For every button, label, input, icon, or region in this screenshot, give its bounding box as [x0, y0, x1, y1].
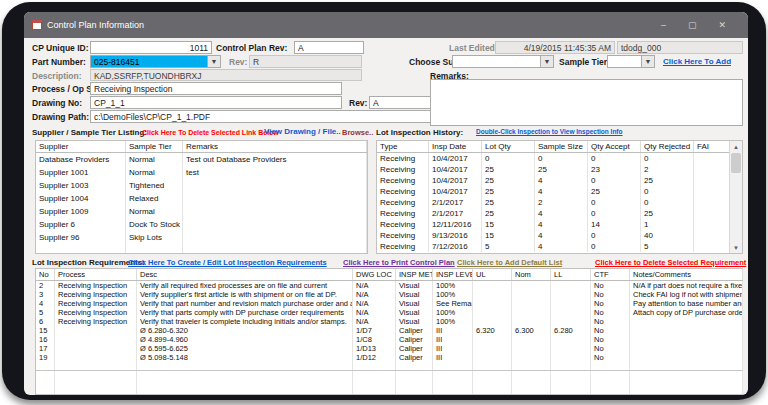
history-row[interactable]: Receiving10/4/2017254025 [377, 175, 742, 186]
maximize-button[interactable]: ▢ [688, 21, 697, 30]
requirement-empty-cell [512, 362, 551, 370]
add-default-list-link[interactable]: Click Here to Add Default List [457, 258, 562, 267]
requirement-col-dwg-loc[interactable]: DWG LOC [353, 269, 396, 280]
delete-supplier-link[interactable]: Click Here To Delete Selected Link Below [142, 129, 279, 136]
requirement-col-no[interactable]: No [36, 269, 55, 280]
create-edit-requirements-link[interactable]: Click Here To Create / Edit Lot Inspecti… [128, 258, 327, 267]
supplier-row[interactable]: Supplier 1003Tightened [36, 179, 367, 192]
requirement-col-desc[interactable]: Desc [137, 269, 353, 280]
requirement-row[interactable]: 2Receiving InspectionVerify all required… [36, 281, 743, 290]
drawing-no-field[interactable]: CP_1_1 [90, 96, 342, 109]
requirement-row[interactable]: 6Receiving InspectionVerify that travele… [36, 317, 743, 326]
requirement-cell: 100% [433, 281, 473, 290]
history-col-qty-accept[interactable]: Qty Accept [588, 141, 641, 152]
requirement-cell [630, 317, 743, 326]
history-row[interactable]: Receiving10/4/2017254250 [377, 186, 742, 197]
sample-tier-label: Sample Tier [559, 57, 607, 67]
remarks-textarea[interactable] [430, 79, 743, 126]
history-row[interactable]: Receiving2/1/201725200 [377, 197, 742, 208]
add-supplier-link[interactable]: Click Here To Add [663, 57, 731, 66]
close-button[interactable]: ✕ [718, 21, 726, 30]
view-drawing-link[interactable]: View Drawing / File.. [264, 127, 341, 136]
cp-unique-id-field[interactable]: 1011 [90, 41, 212, 54]
supplier-col-sample-tier[interactable]: Sample Tier [126, 141, 183, 152]
requirement-col-ul[interactable]: UL [473, 269, 512, 280]
supplier-col-remarks[interactable]: Remarks [183, 141, 367, 152]
requirement-cell: 19 [36, 353, 55, 362]
history-row[interactable]: Receiving10/4/20172525232 [377, 164, 742, 175]
requirement-cell: See Remarks [433, 299, 473, 308]
minimize-button[interactable]: – [661, 21, 666, 30]
supplier-row[interactable]: Supplier 6Dock To Stock [36, 218, 367, 231]
scroll-up-icon[interactable]: ▲ [730, 141, 742, 152]
requirement-empty-cell [473, 371, 512, 395]
history-cell: 0 [482, 153, 535, 164]
requirement-col-insp-level[interactable]: INSP LEVEL [433, 269, 473, 280]
part-number-combo[interactable]: 025-816451 ▼ [90, 55, 221, 68]
history-row[interactable]: Receiving2/1/2017254025 [377, 208, 742, 219]
history-row[interactable]: Receiving10/4/20170000 [377, 153, 742, 164]
history-col-sample-size[interactable]: Sample Size [535, 141, 588, 152]
requirement-cell: Receiving Inspection [55, 317, 137, 326]
supplier-row[interactable]: Supplier 1009Normal [36, 205, 367, 218]
supplier-cell: Test out Database Providers [183, 153, 367, 166]
history-col-insp-date[interactable]: Insp Date [429, 141, 482, 152]
history-scrollbar[interactable]: ▲ ▼ [729, 141, 742, 253]
requirement-col-ctf[interactable]: CTF [591, 269, 630, 280]
history-cell: 2 [641, 164, 694, 175]
history-row[interactable]: Receiving12/11/2016154141 [377, 219, 742, 230]
print-control-plan-link[interactable]: Click Here to Print Control Plan [343, 258, 455, 267]
supplier-empty-row [36, 244, 367, 254]
history-cell: 25 [641, 208, 694, 219]
sample-tier-dropdown[interactable]: ▼ [607, 55, 655, 68]
history-cell: 1 [641, 219, 694, 230]
requirement-row[interactable]: 17Ø 6.595-6.6251/D13CaliperIIINo [36, 344, 743, 353]
requirement-cell: 6.300 [512, 326, 551, 335]
history-info-link[interactable]: Double-Click Inspection to View Inspecti… [476, 128, 623, 135]
history-row[interactable]: Receiving9/13/2016154040 [377, 230, 742, 241]
requirement-cell: Visual [396, 290, 433, 299]
history-cell: 0 [641, 197, 694, 208]
requirement-cell: No [591, 290, 630, 299]
requirement-empty-cell [396, 371, 433, 395]
requirement-col-ll[interactable]: LL [551, 269, 591, 280]
drawing-rev-field[interactable]: A [369, 96, 432, 109]
requirement-col-insp-method[interactable]: INSP METHOD [396, 269, 433, 280]
history-cell: 10/4/2017 [429, 186, 482, 197]
history-row[interactable]: Receiving7/12/20165405 [377, 241, 742, 252]
requirement-cell [55, 335, 137, 344]
choose-supplier-dropdown[interactable]: ▼ [452, 55, 554, 68]
history-cell: Receiving [377, 230, 429, 241]
supplier-col-supplier[interactable]: Supplier [36, 141, 126, 152]
browse-link[interactable]: Browse.. [342, 128, 373, 137]
lot-history-title: Lot Inspection History: [376, 128, 463, 137]
history-cell: 10/4/2017 [429, 175, 482, 186]
supplier-row[interactable]: Supplier 1001Normaltest [36, 166, 367, 179]
requirement-row[interactable]: 3Receiving InspectionVerify supplier's f… [36, 290, 743, 299]
history-col-lot-qty[interactable]: Lot Qty [482, 141, 535, 152]
requirement-row[interactable]: 16Ø 4.899-4.9601/C8CaliperIIINo [36, 335, 743, 344]
requirement-row[interactable]: 15Ø 6.280-6.3201/D7CaliperIII6.3206.3006… [36, 326, 743, 335]
supplier-row[interactable]: Supplier 96Skip Lots [36, 231, 367, 244]
requirement-cell: III [433, 353, 473, 362]
requirement-row[interactable]: 4Receiving InspectionVerify that part nu… [36, 299, 743, 308]
supplier-row[interactable]: Database ProvidersNormalTest out Databas… [36, 153, 367, 166]
control-plan-rev-field[interactable]: A [294, 41, 364, 54]
scroll-down-icon[interactable]: ▼ [730, 242, 742, 253]
requirement-col-process[interactable]: Process [55, 269, 137, 280]
requirement-row[interactable]: 19Ø 5.098-5.1481/D12CaliperIIINo [36, 353, 743, 362]
requirement-col-nom[interactable]: Nom [512, 269, 551, 280]
delete-requirement-link[interactable]: Click Here to Delete Selected Requiremen… [595, 258, 746, 267]
choose-supplier-dropdown-icon[interactable]: ▼ [540, 56, 553, 67]
scrollbar-thumb[interactable] [731, 153, 741, 173]
history-col-qty-rejected[interactable]: Qty Rejected [641, 141, 694, 152]
requirement-col-notes-comments[interactable]: Notes/Comments [630, 269, 743, 280]
supplier-cell [183, 231, 367, 244]
sample-tier-dropdown-icon[interactable]: ▼ [641, 56, 654, 67]
history-col-type[interactable]: Type [377, 141, 429, 152]
requirement-row[interactable]: 5Receiving InspectionVerify that parts c… [36, 308, 743, 317]
drawing-path-field[interactable]: c:\DemoFiles\CP\CP_1_1.PDF [90, 110, 432, 123]
part-number-dropdown-icon[interactable]: ▼ [207, 56, 220, 67]
supplier-row[interactable]: Supplier 1004Relaxed [36, 192, 367, 205]
process-op-step-field[interactable]: Receiving Inspection [90, 82, 342, 95]
